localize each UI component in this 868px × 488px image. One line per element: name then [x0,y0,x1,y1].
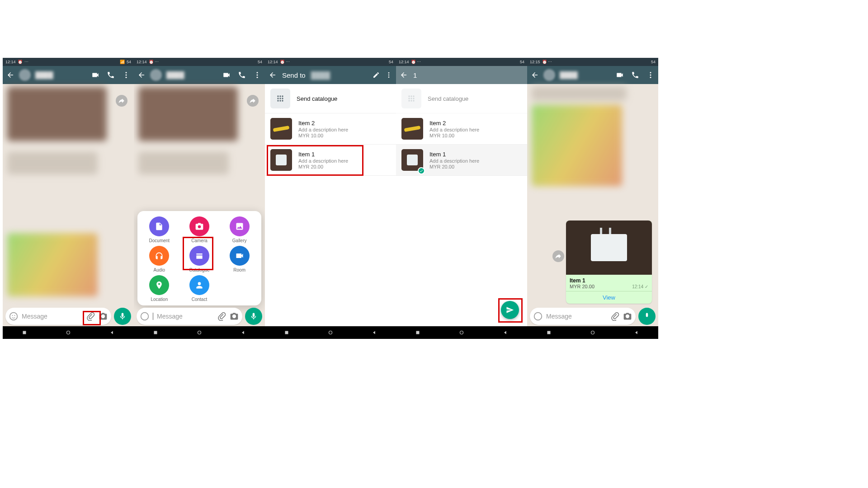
emoji-icon[interactable] [9,312,18,321]
camera-icon[interactable] [623,312,632,321]
chat-area[interactable] [3,84,134,339]
nav-back-icon[interactable] [502,329,509,336]
svg-rect-37 [416,331,420,334]
more-icon[interactable] [253,71,261,79]
message-input[interactable]: Message [137,308,242,325]
back-icon[interactable] [137,71,146,79]
contact-name[interactable]: ████ [560,71,611,79]
attach-contact[interactable]: Contact [180,275,219,302]
nav-home-icon[interactable] [65,329,71,336]
nav-recents-icon[interactable] [415,329,421,336]
more-icon[interactable] [385,71,392,79]
phone-icon[interactable] [107,71,115,79]
attach-location[interactable]: Location [140,275,179,302]
contact-name[interactable]: ████ [35,71,87,79]
message-time: 12:14 [632,284,643,289]
nav-back-icon[interactable] [633,329,640,336]
back-icon[interactable] [269,71,277,79]
phone-1-chat-attachment-closed: 12:14⏰⋯ 📶54 ████ [3,58,134,339]
item-name: Item 2 [429,120,522,127]
catalogue-list[interactable]: Send catalogue Item 2 Add a description … [265,84,396,339]
avatar[interactable] [543,69,555,81]
attach-audio[interactable]: Audio [140,246,179,272]
nav-recents-icon[interactable] [546,329,552,336]
more-icon[interactable] [122,71,130,79]
chat-header: ████ [527,66,658,84]
chat-area[interactable]: Today Item 1 MYR 20.00 12:14 ✓ View [527,84,658,339]
mic-button[interactable] [114,308,131,325]
send-catalogue-row[interactable]: Send catalogue [396,84,527,113]
back-icon[interactable] [531,71,539,79]
attach-room[interactable]: Room [220,246,259,272]
attach-icon[interactable] [610,312,619,321]
nav-home-icon[interactable] [196,329,203,336]
input-bar: Message [3,306,134,326]
avatar[interactable] [150,69,162,81]
chat-area[interactable]: Document Camera Gallery Audio Catalogue … [134,84,265,339]
attach-icon[interactable] [86,312,95,321]
send-catalogue-row[interactable]: Send catalogue [265,84,396,113]
nav-back-icon[interactable] [109,329,115,336]
status-battery: 54 [651,60,656,64]
forward-icon[interactable] [116,95,127,107]
emoji-icon[interactable] [533,312,542,321]
chat-header: ████ [134,66,265,84]
nav-recents-icon[interactable] [152,329,159,336]
nav-back-icon[interactable] [371,329,377,336]
nav-back-icon[interactable] [240,329,246,336]
catalogue-item-1[interactable]: Item 1 Add a description here MYR 20.00 [265,145,396,176]
svg-rect-6 [23,331,26,334]
mic-button[interactable] [245,308,262,325]
nav-recents-icon[interactable] [21,329,28,336]
camera-icon[interactable] [230,312,239,321]
item-price: MYR 20.00 [429,164,522,169]
video-icon[interactable] [222,71,231,79]
back-icon[interactable] [400,71,408,79]
attach-catalogue[interactable]: Catalogue [180,246,219,272]
back-icon[interactable] [6,71,14,79]
catalogue-list[interactable]: Send catalogue Item 2 Add a description … [396,84,527,339]
attach-gallery[interactable]: Gallery [220,216,259,243]
forward-icon[interactable] [552,250,564,262]
camera-icon[interactable] [99,312,108,321]
statusbar: 12:14⏰ ⋯ 54 [396,58,527,66]
phone-icon[interactable] [631,71,639,79]
nav-home-icon[interactable] [458,329,465,336]
send-button[interactable] [501,301,519,319]
contact-name[interactable]: ████ [166,71,218,79]
svg-point-8 [257,72,258,73]
product-message-bubble[interactable]: Item 1 MYR 20.00 12:14 ✓ View [566,221,652,304]
video-icon[interactable] [616,71,624,79]
selection-count: 1 [413,71,417,79]
mic-button[interactable] [638,308,656,325]
emoji-icon[interactable] [140,312,149,321]
attach-document[interactable]: Document [140,216,179,243]
svg-point-3 [10,313,18,320]
attach-icon[interactable] [217,312,226,321]
catalogue-item-2[interactable]: Item 2 Add a description here MYR 10.00 [396,113,527,145]
status-time: 12:14 [268,60,278,64]
send-catalogue-label: Send catalogue [428,95,522,102]
android-navbar [527,326,658,339]
status-icons: ⏰ ⋯ [149,60,159,64]
phone-icon[interactable] [238,71,246,79]
item-price: MYR 10.00 [298,133,391,138]
video-icon[interactable] [91,71,99,79]
catalogue-item-1-selected[interactable]: Item 1 Add a description here MYR 20.00 [396,145,527,176]
message-input[interactable]: Message [530,308,636,325]
status-battery: 54 [520,60,524,64]
grid-icon [401,89,421,108]
message-input[interactable]: Message [5,308,111,325]
edit-icon[interactable] [373,71,380,79]
attach-camera[interactable]: Camera [180,216,219,243]
avatar[interactable] [19,69,31,81]
nav-home-icon[interactable] [590,329,596,336]
view-button[interactable]: View [566,291,652,304]
catalogue-item-2[interactable]: Item 2 Add a description here MYR 10.00 [265,113,396,145]
statusbar: 12:14⏰ ⋯ 54 [134,58,265,66]
nav-home-icon[interactable] [327,329,334,336]
more-icon[interactable] [646,71,655,79]
svg-point-4 [12,315,13,316]
nav-recents-icon[interactable] [283,329,290,336]
forward-icon[interactable] [247,95,259,107]
